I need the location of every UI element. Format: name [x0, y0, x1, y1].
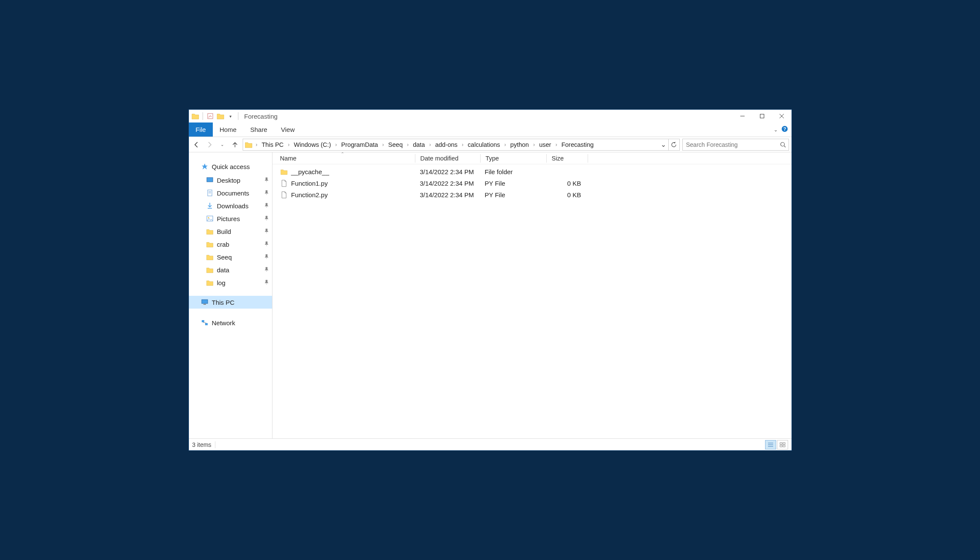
svg-point-16 [208, 217, 209, 219]
breadcrumb-label[interactable]: Seeq [386, 141, 405, 148]
new-folder-icon[interactable] [216, 111, 225, 121]
file-row[interactable]: Function1.py3/14/2022 2:34 PMPY File0 KB [273, 178, 792, 189]
file-name: Function1.py [291, 180, 328, 187]
breadcrumb-label[interactable]: ProgramData [339, 141, 380, 148]
pin-icon [264, 216, 269, 222]
search-input[interactable] [683, 141, 777, 148]
chevron-right-icon[interactable]: › [460, 142, 465, 148]
chevron-right-icon[interactable]: › [333, 142, 339, 148]
address-history-dropdown[interactable]: ⌄ [659, 139, 668, 150]
breadcrumb-label[interactable]: calculations [465, 141, 503, 148]
chevron-right-icon[interactable]: › [380, 142, 386, 148]
sidebar-item[interactable]: Seeq [189, 251, 272, 263]
up-button[interactable] [230, 140, 240, 150]
file-row[interactable]: __pycache__3/14/2022 2:34 PMFile folder [273, 166, 792, 178]
sidebar-quick-access[interactable]: Quick access [189, 160, 272, 173]
sidebar-item-label: Desktop [217, 177, 241, 184]
address-bar[interactable]: › This PC›Windows (C:)›ProgramData›Seeq›… [243, 139, 680, 151]
breadcrumb-segment[interactable]: Seeq› [386, 141, 410, 148]
minimize-button[interactable] [733, 110, 752, 122]
breadcrumb-segment[interactable]: ProgramData› [339, 141, 386, 148]
sidebar-item[interactable]: Desktop [189, 174, 272, 187]
file-list[interactable]: __pycache__3/14/2022 2:34 PMFile folderF… [273, 164, 792, 438]
breadcrumb-segment[interactable]: Windows (C:)› [291, 141, 339, 148]
column-header-size[interactable]: Size [547, 155, 588, 162]
svg-rect-27 [780, 445, 782, 447]
svg-rect-28 [783, 445, 785, 447]
svg-rect-19 [202, 320, 204, 322]
breadcrumb-segment[interactable]: add-ons› [432, 141, 465, 148]
breadcrumb-segment[interactable]: Forecasting [559, 141, 596, 148]
svg-rect-20 [205, 323, 208, 325]
sidebar-item[interactable]: Downloads [189, 199, 272, 212]
breadcrumb-segment[interactable]: calculations› [465, 141, 508, 148]
chevron-right-icon[interactable]: › [531, 142, 536, 148]
search-icon[interactable] [777, 142, 789, 148]
customize-qat-dropdown[interactable]: ▾ [226, 111, 235, 121]
sidebar-item-label: log [217, 279, 226, 286]
svg-rect-18 [203, 304, 206, 305]
column-header-date[interactable]: Date modified [415, 155, 480, 162]
sidebar-this-pc[interactable]: This PC [189, 296, 272, 309]
breadcrumb-segment[interactable]: data› [410, 141, 432, 148]
sidebar-item[interactable]: Pictures [189, 212, 272, 225]
details-view-button[interactable] [765, 440, 776, 449]
separator [238, 112, 238, 120]
pin-icon [264, 241, 269, 248]
folder-icon [206, 228, 214, 235]
breadcrumb-label[interactable]: add-ons [432, 141, 460, 148]
window-title: Forecasting [244, 113, 278, 120]
properties-icon[interactable] [206, 111, 215, 121]
tab-home[interactable]: Home [213, 122, 244, 137]
svg-line-8 [784, 146, 786, 147]
sidebar-item[interactable]: Build [189, 225, 272, 238]
chevron-right-icon[interactable]: › [286, 142, 291, 148]
breadcrumb-segment[interactable]: This PC› [259, 141, 292, 148]
column-header-type[interactable]: Type [481, 155, 546, 162]
tab-view[interactable]: View [274, 122, 302, 137]
refresh-button[interactable] [668, 139, 679, 150]
breadcrumb-label[interactable]: Windows (C:) [291, 141, 333, 148]
chevron-right-icon[interactable]: › [427, 142, 432, 148]
sidebar-item[interactable]: Documents [189, 187, 272, 199]
sidebar-item-label: crab [217, 241, 229, 248]
breadcrumb-label[interactable]: user [536, 141, 554, 148]
breadcrumb-label[interactable]: Forecasting [559, 141, 596, 148]
tab-file[interactable]: File [189, 122, 213, 137]
breadcrumb-label[interactable]: python [508, 141, 532, 148]
sidebar-item[interactable]: data [189, 263, 272, 276]
chevron-right-icon[interactable]: › [503, 142, 508, 148]
column-headers: ⌃ Name Date modified Type Size [273, 152, 792, 164]
close-button[interactable] [772, 110, 792, 122]
search-box[interactable] [682, 139, 789, 151]
quick-access-toolbar: ▾ [189, 111, 240, 121]
desktop-icon [206, 176, 214, 184]
breadcrumb-label[interactable]: This PC [259, 141, 287, 148]
tab-share[interactable]: Share [244, 122, 274, 137]
breadcrumb-label[interactable]: data [410, 141, 427, 148]
file-date: 3/14/2022 2:34 PM [415, 180, 480, 187]
svg-rect-2 [760, 114, 764, 118]
ribbon-tabs: File Home Share View ⌄ ? [189, 122, 792, 137]
breadcrumb-segment[interactable]: python› [508, 141, 537, 148]
pin-icon [264, 190, 269, 196]
chevron-right-icon[interactable]: › [405, 142, 410, 148]
expand-ribbon-icon[interactable]: ⌄ [774, 127, 778, 133]
sidebar-label: Quick access [212, 163, 250, 170]
quick-access-icon [201, 163, 209, 170]
sidebar-item[interactable]: crab [189, 238, 272, 251]
view-switcher [765, 440, 788, 449]
forward-button[interactable] [204, 140, 215, 150]
thumbnails-view-button[interactable] [777, 440, 788, 449]
sidebar-network[interactable]: Network [189, 316, 272, 329]
file-row[interactable]: Function2.py3/14/2022 2:34 PMPY File0 KB [273, 189, 792, 201]
back-button[interactable] [191, 140, 202, 150]
recent-dropdown[interactable]: ⌄ [217, 140, 227, 150]
sidebar-label: This PC [212, 299, 235, 306]
maximize-button[interactable] [752, 110, 772, 122]
breadcrumb-segment[interactable]: user› [536, 141, 559, 148]
chevron-right-icon[interactable]: › [254, 142, 259, 148]
chevron-right-icon[interactable]: › [554, 142, 559, 148]
help-icon[interactable]: ? [781, 125, 788, 134]
sidebar-item[interactable]: log [189, 276, 272, 289]
